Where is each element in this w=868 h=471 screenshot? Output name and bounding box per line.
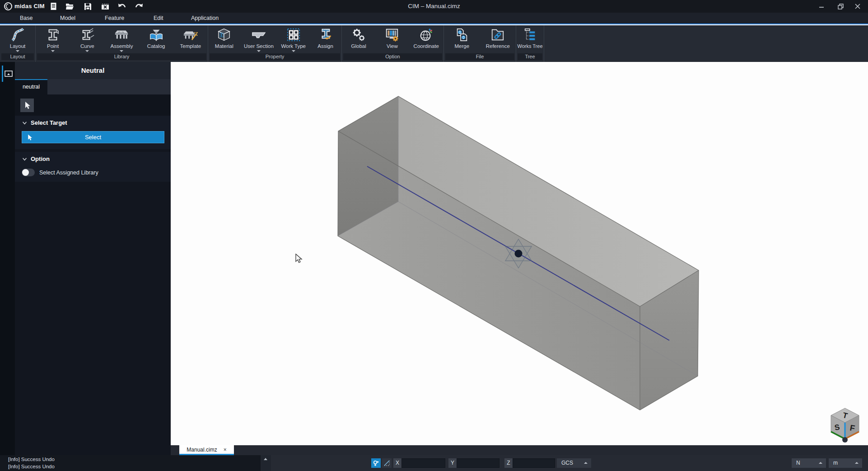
close-button[interactable] [850,0,865,13]
dropdown-caret-icon [51,50,55,52]
title-bar: midas CIM CIM – Manual.cimz [0,0,868,13]
dropdown-up-arrow-icon [855,462,859,464]
template-button[interactable]: Template [178,26,203,49]
material-icon [215,27,233,43]
y-coordinate-input[interactable] [457,458,499,468]
dropdown-caret-icon [85,50,89,52]
user-section-button[interactable]: User Section [244,26,274,52]
panel-tab-row: neutral [15,79,171,94]
ribbon-group-label: Property [210,53,340,60]
ribbon-group-label: Layout [1,53,34,60]
tab-manual-cimz[interactable]: Manual.cimz × [179,445,234,455]
option-section: Option Select Assigned Library [15,152,171,182]
screen-panel-icon [5,71,13,77]
ribbon-group-property: Material User Section Work Type [208,25,342,62]
tab-close-icon[interactable]: × [224,447,227,453]
panel-title: Neutral [15,62,171,79]
length-unit-dropdown[interactable]: m [829,458,862,468]
force-unit-dropdown[interactable]: N [792,458,826,468]
dropdown-caret-icon [292,50,295,52]
log-message: [Info] Success Undo [8,464,55,469]
works-tree-icon [522,27,539,43]
menu-bar: Base Model Feature Edit Application [0,13,868,24]
x-coordinate-label: X [393,458,401,468]
material-button[interactable]: Material [212,26,236,49]
assign-button[interactable]: Assign [313,26,338,49]
ribbon-group-label: File [445,53,514,60]
merge-button[interactable]: Merge [450,26,474,49]
z-coordinate-input[interactable] [513,458,555,468]
menu-edit[interactable]: Edit [154,15,163,21]
reference-icon [489,27,506,43]
force-unit-value: N [796,460,800,466]
length-unit-value: m [833,460,838,466]
curve-icon [79,27,96,43]
model-scene [171,62,868,445]
view-button[interactable]: View [380,26,404,49]
ribbon-group-tree: Works Tree Tree [516,25,544,62]
log-scrollbar[interactable] [261,455,271,471]
point-icon [44,27,61,43]
point-snap-icon [373,460,379,467]
dropdown-up-arrow-icon [584,462,588,464]
ribbon-group-layout: Layout Layout [0,25,36,62]
template-icon [182,27,199,43]
coordinate-system-dropdown[interactable]: GCS [557,458,591,468]
window-title: CIM – Manual.cimz [0,3,868,9]
layout-icon [9,27,26,43]
panel-dock-button[interactable] [2,66,14,82]
menu-application[interactable]: Application [191,15,219,21]
user-section-icon [250,27,267,43]
panel-toolbar [15,94,171,116]
works-tree-button[interactable]: Works Tree [517,26,543,49]
minimize-button[interactable] [814,0,829,13]
chevron-down-icon[interactable] [22,157,27,161]
ribbon-group-label: Library [37,53,206,60]
dropdown-caret-icon [120,50,123,52]
select-button[interactable]: Select [22,131,164,143]
assign-icon [317,27,334,43]
y-coordinate-label: Y [448,458,457,468]
dropdown-caret-icon [257,50,261,52]
document-tab-bar: Manual.cimz × [171,445,868,455]
dropdown-caret-icon [16,50,19,52]
curve-button[interactable]: Curve [75,26,99,52]
select-target-section: Select Target Select [15,116,171,149]
point-snap-toggle-button[interactable] [371,458,381,468]
x-coordinate-input[interactable] [401,458,445,468]
assembly-button[interactable]: Assembly [109,26,134,52]
side-dock-strip [0,62,15,471]
point-button[interactable]: Point [41,26,65,52]
ribbon-group-option: Global View Coordinate Option [342,25,444,62]
chevron-down-icon[interactable] [22,121,27,125]
restore-button[interactable] [833,0,848,13]
work-type-button[interactable]: Work Type [281,26,306,52]
layout-button[interactable]: Layout [5,26,30,52]
select-assigned-library-toggle[interactable] [22,169,35,176]
select-button-label: Select [22,134,164,141]
work-type-icon [285,27,302,43]
reference-button[interactable]: Reference [485,26,510,49]
menu-base[interactable]: Base [20,15,33,21]
global-button[interactable]: Global [346,26,371,49]
viewport-3d[interactable]: T S F [171,62,868,445]
message-log-panel: [Info] Success Undo [Info] Success Undo [0,455,271,471]
ribbon-spacer [544,25,868,62]
coordinate-button[interactable]: Coordinate [414,26,439,49]
view-cube[interactable]: T S F [828,406,862,446]
select-tool-button[interactable] [20,99,34,112]
menu-feature[interactable]: Feature [105,15,124,21]
tab-neutral[interactable]: neutral [15,79,47,94]
toggle-knob [22,169,29,176]
view-icon [383,27,401,43]
midas-cim-window: midas CIM CIM – Manual.cimz [0,0,868,471]
panel-empty-area [15,182,171,471]
document-tab-label: Manual.cimz [187,447,217,453]
scroll-up-icon [264,458,267,460]
angle-snap-button[interactable] [382,458,392,468]
ribbon-group-library: Point Curve Assembly [36,25,208,62]
dropdown-up-arrow-icon [819,462,822,464]
coordinate-icon [418,27,435,43]
menu-model[interactable]: Model [60,15,75,21]
catalog-button[interactable]: Catalog [144,26,168,49]
